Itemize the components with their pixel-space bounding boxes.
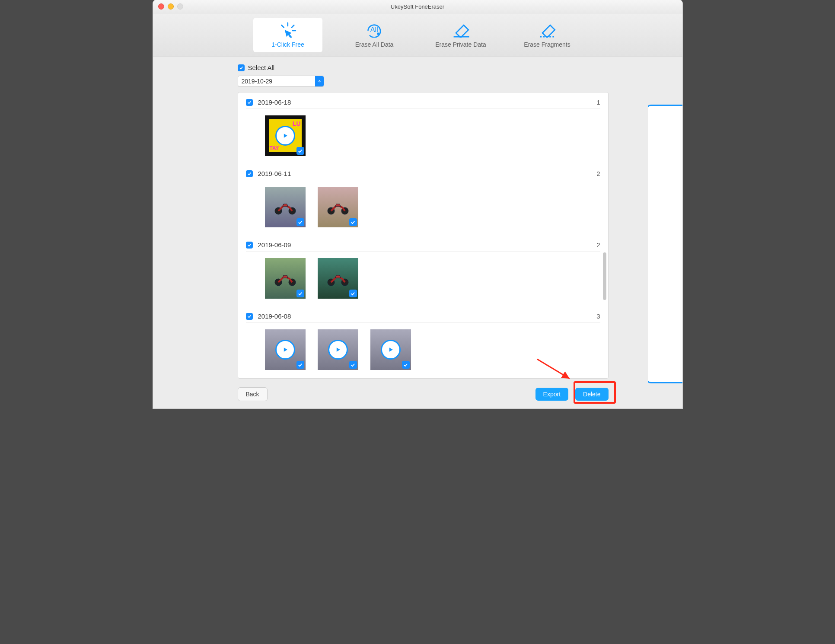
checkbox-checked-icon [246,170,253,177]
checkbox-checked-icon [402,361,410,369]
group-date: 2019-06-09 [258,241,291,249]
photo-list: 2019-06-181LUTAY2019-06-1122019-06-09220… [238,92,609,379]
dropdown-arrow-icon [315,76,324,86]
group-date: 2019-06-11 [258,170,291,177]
thumbnail-row [246,252,600,303]
photo-group: 2019-06-181LUTAY [246,96,600,160]
checkbox-checked-icon [296,290,304,297]
button-label: Delete [583,391,600,398]
main-panel: Select All 2019-10-29 2019-06-181LUTAY20… [198,57,648,408]
group-count: 1 [596,99,600,106]
group-header[interactable]: 2019-06-092 [246,239,600,252]
svg-line-2 [282,25,284,27]
checkbox-checked-icon [349,290,357,297]
titlebar: UkeySoft FoneEraser [153,0,682,13]
list-scroll-area[interactable]: 2019-06-181LUTAY2019-06-1122019-06-09220… [246,96,600,375]
checkbox-checked-icon [238,64,245,71]
tab-erase-all-data[interactable]: All Erase All Data [340,18,409,52]
tab-label: Erase Private Data [435,41,486,48]
export-button[interactable]: Export [535,388,568,401]
photo-group: 2019-06-112 [246,167,600,232]
play-icon [275,126,295,146]
body: Select All 2019-10-29 2019-06-181LUTAY20… [153,57,682,408]
group-date: 2019-06-18 [258,99,291,106]
scrollbar-thumb[interactable] [603,252,606,300]
tab-erase-fragments[interactable]: Erase Fragments [513,18,582,52]
video-thumbnail[interactable] [318,329,358,370]
group-header[interactable]: 2019-06-112 [246,167,600,180]
photo-thumbnail[interactable] [265,187,306,227]
select-all-label: Select All [248,64,275,71]
footer: Back Export Delete [238,387,609,401]
thumbnail-row: LUTAY [246,109,600,160]
tab-label: Erase All Data [355,41,394,48]
button-label: Back [246,391,259,398]
eraser-icon [448,22,473,38]
eraser-fragments-icon [535,22,560,38]
checkbox-checked-icon [246,313,253,320]
tab-erase-private-data[interactable]: Erase Private Data [426,18,495,52]
svg-point-5 [377,32,379,35]
video-thumbnail[interactable] [265,329,306,370]
thumbnail-row [246,180,600,232]
tab-label: 1-Click Free [271,41,304,48]
group-count: 2 [596,241,600,249]
group-date: 2019-06-08 [258,312,291,320]
app-window: UkeySoft FoneEraser 1-Click Free All [153,0,682,408]
play-icon [275,340,295,360]
photo-thumbnail[interactable] [318,187,358,227]
photo-thumbnail[interactable] [318,258,358,299]
photo-group: 2019-06-083 [246,310,600,374]
checkbox-checked-icon [246,242,253,249]
back-button[interactable]: Back [238,387,268,401]
date-dropdown[interactable]: 2019-10-29 [238,76,324,87]
svg-line-1 [292,25,294,27]
thumbnail-row [246,323,600,374]
erase-all-icon: All [362,22,387,38]
group-header[interactable]: 2019-06-083 [246,310,600,323]
background-card [645,105,682,383]
select-all-checkbox[interactable]: Select All [238,64,609,71]
toolbar: 1-Click Free All Erase All Data Erase Pr… [153,13,682,57]
svg-text:All: All [370,26,378,33]
photo-thumbnail[interactable] [265,258,306,299]
play-icon [381,340,401,360]
tab-label: Erase Fragments [524,41,570,48]
checkbox-checked-icon [246,99,253,106]
video-thumbnail[interactable]: LUTAY [265,115,306,156]
group-count: 2 [596,170,600,177]
cursor-click-icon [275,22,300,38]
date-value: 2019-10-29 [242,78,273,85]
window-title: UkeySoft FoneEraser [153,3,682,10]
checkbox-checked-icon [349,218,357,226]
group-count: 3 [596,312,600,320]
delete-button[interactable]: Delete [575,388,608,401]
tab-1-click-free[interactable]: 1-Click Free [253,18,322,52]
checkbox-checked-icon [349,361,357,369]
group-header[interactable]: 2019-06-181 [246,96,600,109]
button-label: Export [543,391,561,398]
checkbox-checked-icon [296,361,304,369]
checkbox-checked-icon [296,147,304,155]
video-thumbnail[interactable] [370,329,411,370]
checkbox-checked-icon [296,218,304,226]
photo-group: 2019-06-092 [246,239,600,303]
controls-bar: Select All 2019-10-29 [199,57,647,91]
play-icon [328,340,348,360]
